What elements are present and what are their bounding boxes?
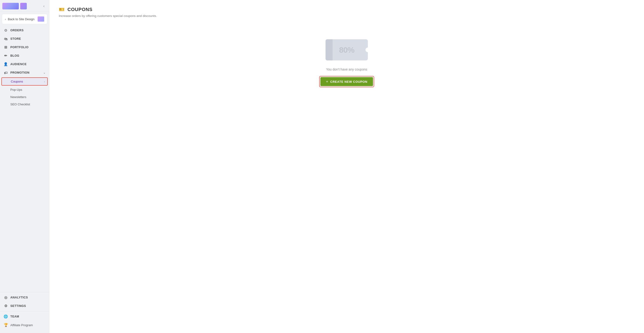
back-to-site-button[interactable]: ‹ Back to Site Design — [2, 14, 47, 24]
page-subtitle: Increase orders by offering customers sp… — [59, 14, 634, 18]
popups-label: Pop-Ups — [10, 88, 22, 92]
site-design-icon — [38, 17, 44, 22]
sidebar-item-analytics[interactable]: ◎ Analytics — [0, 293, 49, 302]
coupons-arrow: › — [44, 80, 45, 83]
team-label: Team — [10, 315, 19, 318]
sidebar-item-coupons[interactable]: Coupons › — [2, 78, 47, 85]
coupon-ticket: 80% — [326, 39, 368, 61]
audience-icon: 👤 — [4, 62, 8, 66]
analytics-label: Analytics — [10, 296, 28, 299]
page-header: 🎫 Coupons — [59, 7, 634, 12]
sidebar-item-affiliate[interactable]: 🏆 Affiliate Program — [0, 321, 49, 329]
sidebar-item-newsletters[interactable]: Newsletters — [0, 93, 49, 101]
sidebar-item-blog[interactable]: ✏ Blog — [0, 52, 49, 60]
plus-icon: + — [326, 80, 328, 84]
sidebar-item-audience[interactable]: 👤 Audience — [0, 60, 49, 69]
sidebar-item-portfolio[interactable]: ⊞ Portfolio — [0, 43, 49, 52]
settings-icon: ⚙ — [4, 304, 8, 308]
store-label: Store — [10, 37, 21, 41]
nav-section-main: ⊙ Orders 🛍 Store ⊞ Portfolio ✏ Blog 👤 Au… — [0, 25, 49, 109]
sidebar-item-store[interactable]: 🛍 Store — [0, 35, 49, 43]
audience-label: Audience — [10, 63, 26, 66]
blog-label: Blog — [10, 54, 19, 57]
sidebar-item-orders[interactable]: ⊙ Orders — [0, 26, 49, 35]
team-icon: 🌐 — [4, 314, 8, 319]
promotion-icon: 🏷 — [4, 71, 8, 75]
orders-label: Orders — [10, 29, 24, 32]
logo-icon — [20, 3, 27, 10]
sidebar-divider-2 — [0, 311, 49, 311]
promotion-label: Promotion — [10, 71, 30, 74]
create-coupon-label: CREATE NEW COUPON — [330, 80, 367, 84]
logo — [2, 3, 19, 10]
seo-checklist-label: SEO Checklist — [10, 103, 30, 106]
analytics-icon: ◎ — [4, 295, 8, 300]
coupon-left-tab — [326, 39, 332, 61]
sidebar-collapse-button[interactable]: ‹ — [41, 3, 47, 9]
promotion-arrow: ⌄ — [43, 71, 46, 74]
empty-state-message: You don't have any coupons — [326, 68, 367, 71]
sidebar-bottom: ◎ Analytics ⚙ Settings 🌐 Team 🏆 Affiliat… — [0, 291, 49, 333]
sidebar-item-seo-checklist[interactable]: SEO Checklist — [0, 101, 49, 108]
coupons-active-wrapper: Coupons › — [2, 77, 48, 86]
main-content: 🎫 Coupons Increase orders by offering cu… — [49, 0, 644, 333]
logo-block — [2, 3, 27, 10]
coupon-percentage-text: 80% — [339, 45, 354, 55]
sidebar-divider — [0, 292, 49, 292]
coupon-graphic: 80% — [326, 39, 368, 63]
sidebar-item-settings[interactable]: ⚙ Settings — [0, 302, 49, 310]
settings-label: Settings — [10, 304, 26, 307]
orders-icon: ⊙ — [4, 28, 8, 33]
newsletters-label: Newsletters — [10, 95, 26, 99]
empty-state: 80% You don't have any coupons + CREATE … — [59, 39, 634, 87]
sidebar-item-popups[interactable]: Pop-Ups — [0, 86, 49, 93]
sidebar-item-promotion[interactable]: 🏷 Promotion ⌄ — [0, 69, 49, 77]
blog-icon: ✏ — [4, 54, 8, 58]
back-to-site-label: Back to Site Design — [8, 18, 34, 21]
affiliate-icon: 🏆 — [4, 323, 8, 327]
back-icon: ‹ — [5, 18, 6, 21]
sidebar-header: ‹ — [0, 0, 49, 12]
sidebar: ‹ ‹ Back to Site Design ⊙ Orders 🛍 Store… — [0, 0, 49, 333]
affiliate-label: Affiliate Program — [10, 323, 33, 327]
sidebar-item-team[interactable]: 🌐 Team — [0, 312, 49, 321]
create-coupon-button-wrapper: + CREATE NEW COUPON — [319, 76, 374, 87]
page-header-icon: 🎫 — [59, 7, 65, 12]
coupons-label: Coupons — [11, 80, 23, 83]
portfolio-icon: ⊞ — [4, 45, 8, 49]
store-icon: 🛍 — [4, 37, 8, 41]
page-title: Coupons — [68, 7, 92, 12]
create-new-coupon-button[interactable]: + CREATE NEW COUPON — [320, 77, 373, 86]
portfolio-label: Portfolio — [10, 46, 28, 49]
